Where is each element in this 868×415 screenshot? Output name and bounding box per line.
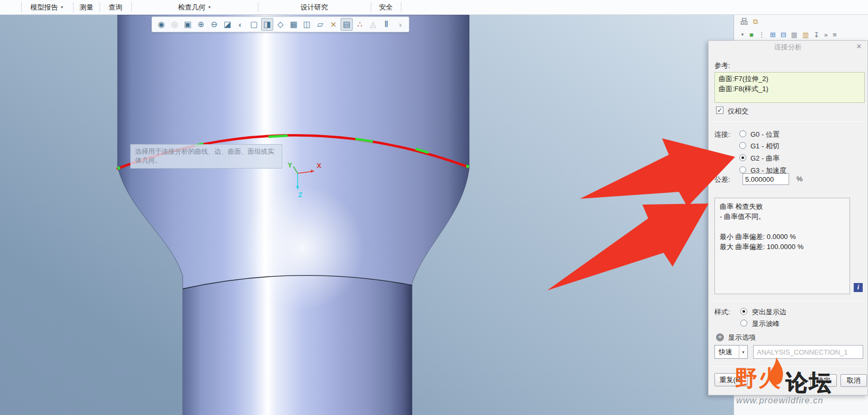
dialog-header[interactable]: 连接分析 ✕ bbox=[709, 41, 867, 54]
tab-label: 设计研究 bbox=[301, 3, 328, 12]
3d-viewport[interactable]: X Y Z bbox=[0, 15, 733, 415]
chevron-down-icon: ▼ bbox=[208, 5, 211, 9]
graphics-toolbar: ◉ ◎ ▣ ⊕ ⊖ ◪ ◐ ▢ ◨ ◇ ▦ ◫ ▱ ⨯ ▤ ∴ ◬ Ⅱ ◑ bbox=[151, 16, 409, 32]
plane-display-icon[interactable]: ▱ bbox=[314, 18, 326, 31]
ok-button[interactable]: 确定 bbox=[810, 374, 837, 387]
cancel-button[interactable]: 取消 bbox=[840, 374, 867, 387]
more-options-icon[interactable]: ⋮ bbox=[758, 31, 765, 39]
display-style-icon[interactable]: ◫ bbox=[301, 18, 313, 31]
intersect-only-checkbox[interactable]: ✓ bbox=[716, 107, 723, 114]
radio-g2-label[interactable]: G2 - 曲率 bbox=[750, 154, 780, 163]
connection-label: 连接: bbox=[714, 130, 730, 139]
separator bbox=[713, 121, 864, 122]
reference-item[interactable]: 曲面:F8(样式_1) bbox=[719, 84, 861, 94]
tab-security[interactable]: 安全 bbox=[371, 0, 401, 14]
dialog-title: 连接分析 bbox=[709, 42, 867, 52]
new-folder-icon[interactable]: ▥ bbox=[802, 31, 809, 39]
pin-icon[interactable]: ↧ bbox=[813, 31, 819, 39]
settings-list-icon[interactable]: ≡ bbox=[833, 31, 837, 39]
tab-model-report[interactable]: 模型报告 ▼ bbox=[21, 0, 73, 14]
shoulder-highlight bbox=[242, 186, 364, 311]
radio-g0-position[interactable] bbox=[739, 130, 746, 137]
expand-tree-icon[interactable]: ⊞ bbox=[770, 31, 776, 39]
annotation-display-icon[interactable]: ▤ bbox=[341, 18, 353, 31]
repeat-button[interactable]: 重复(R) bbox=[714, 373, 748, 386]
view-normal-icon[interactable]: ◨ bbox=[261, 18, 273, 31]
tab-measure[interactable]: 测量 bbox=[73, 0, 100, 14]
tolerance-input[interactable] bbox=[742, 173, 789, 185]
axis-z-label: Z bbox=[298, 191, 302, 199]
reference-item[interactable]: 曲面:F7(拉伸_2) bbox=[719, 74, 861, 84]
tooltip-line: 体几何。 bbox=[135, 156, 278, 165]
reference-list[interactable]: 曲面:F7(拉伸_2) 曲面:F8(样式_1) bbox=[714, 72, 865, 103]
appearance-gallery-icon[interactable]: ◇ bbox=[274, 18, 287, 31]
curve-endpoint-right bbox=[466, 165, 469, 168]
tab-design-study[interactable]: 设计研究 bbox=[258, 0, 371, 14]
tab-label: 查询 bbox=[109, 3, 122, 12]
collapse-tree-icon[interactable]: ⊟ bbox=[781, 31, 786, 39]
ribbon-separator bbox=[401, 2, 401, 12]
radio-g3-acceleration[interactable] bbox=[739, 166, 746, 173]
radio-highlight-edges[interactable] bbox=[740, 308, 747, 315]
axis-y-label: Y bbox=[288, 161, 292, 169]
spin-center-icon[interactable]: ◑ bbox=[393, 18, 406, 31]
intersect-only-label: 仅相交 bbox=[728, 107, 748, 116]
view-manager-icon[interactable]: ◉ bbox=[155, 18, 167, 31]
info-icon[interactable]: i bbox=[854, 283, 863, 292]
analysis-results-box: 曲率 检查失败 - 曲率值不同。 最小 曲率偏差: 0.0000 % 最大 曲率… bbox=[714, 198, 850, 294]
tab-label: 测量 bbox=[79, 3, 93, 12]
bottle-model bbox=[0, 15, 733, 415]
analysis-preview-icon[interactable]: ◬ bbox=[367, 18, 379, 31]
quick-dropdown[interactable]: 快速 ▼ bbox=[714, 345, 748, 359]
named-views-icon[interactable]: ▢ bbox=[248, 18, 260, 31]
chevron-down-icon[interactable]: ▼ bbox=[739, 346, 747, 358]
tooltip-line: 选择用于连接分析的曲线、边、曲面、面组或实 bbox=[135, 147, 278, 156]
tab-label: 检查几何 bbox=[178, 3, 205, 12]
display-options-label[interactable]: 显示选项 bbox=[728, 333, 756, 342]
tolerance-unit: % bbox=[797, 175, 803, 183]
radio-highlight-edges-label[interactable]: 突出显示边 bbox=[752, 307, 786, 317]
curve-endpoint-left bbox=[117, 166, 120, 170]
model-node-icon[interactable]: ■ bbox=[749, 31, 754, 39]
tab-label: 安全 bbox=[379, 3, 393, 12]
overflow-icon[interactable]: » bbox=[824, 31, 828, 39]
radio-show-crests-label[interactable]: 显示波峰 bbox=[752, 319, 780, 329]
folder-browser-icon[interactable]: ⧉ bbox=[753, 17, 758, 26]
zoom-in-icon[interactable]: ⊕ bbox=[195, 18, 207, 31]
refit-icon[interactable]: ◪ bbox=[221, 18, 234, 31]
separator bbox=[713, 301, 864, 301]
zoom-out-icon[interactable]: ⊖ bbox=[208, 18, 220, 31]
chevron-down-icon: ▼ bbox=[60, 5, 64, 9]
display-options-expander-icon[interactable]: + bbox=[716, 333, 724, 341]
capture-icon[interactable]: ▦ bbox=[288, 18, 300, 31]
radio-g1-label[interactable]: G1 - 相切 bbox=[750, 142, 780, 151]
radio-show-crests[interactable] bbox=[740, 320, 747, 326]
csys-display-icon[interactable]: ∴ bbox=[354, 18, 366, 31]
pause-icon[interactable]: Ⅱ bbox=[380, 18, 392, 31]
ribbon-tab-bar: 模型报告 ▼ 测量 查询 检查几何 ▼ 设计研究 安全 bbox=[0, 0, 868, 15]
connection-analysis-dialog: 连接分析 ✕ 参考: 曲面:F7(拉伸_2) 曲面:F8(样式_1) ✓ 仅相交… bbox=[708, 40, 868, 395]
tab-query[interactable]: 查询 bbox=[100, 0, 131, 14]
show-window-icon[interactable]: ▦ bbox=[791, 31, 798, 39]
tab-check-geometry[interactable]: 检查几何 ▼ bbox=[131, 0, 258, 14]
zoom-region-icon[interactable]: ▣ bbox=[182, 18, 194, 31]
filter-caret-icon[interactable]: ▼ bbox=[740, 32, 745, 37]
radio-g0-label[interactable]: G0 - 位置 bbox=[750, 130, 780, 139]
axis-display-icon[interactable]: ⨯ bbox=[327, 18, 339, 31]
quick-dropdown-value: 快速 bbox=[715, 347, 739, 357]
separator bbox=[713, 366, 864, 367]
analysis-name-input[interactable] bbox=[753, 345, 863, 359]
model-tree-icon[interactable]: 品 bbox=[740, 17, 748, 27]
reference-label: 参考: bbox=[714, 61, 730, 70]
axis-x-label: X bbox=[317, 162, 321, 170]
selection-tooltip: 选择用于连接分析的曲线、边、曲面、面组或实 体几何。 bbox=[130, 144, 282, 169]
shading-icon[interactable]: ◐ bbox=[235, 18, 247, 31]
style-label: 样式: bbox=[714, 307, 730, 317]
radio-g2-curvature[interactable] bbox=[739, 154, 746, 161]
close-icon[interactable]: ✕ bbox=[855, 42, 863, 50]
radio-g1-tangent[interactable] bbox=[739, 142, 746, 149]
tab-label: 模型报告 bbox=[31, 3, 58, 12]
tolerance-label: 公差: bbox=[714, 175, 730, 184]
saved-orientations-icon[interactable]: ◎ bbox=[168, 18, 181, 31]
